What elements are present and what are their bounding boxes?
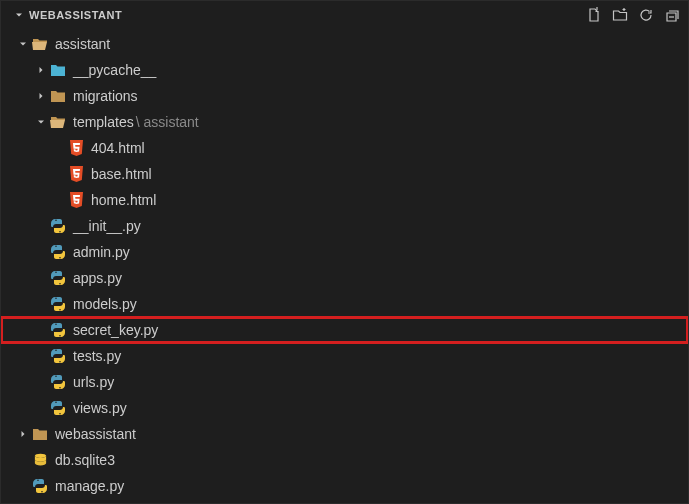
tree-item-label: db.sqlite3 (55, 452, 115, 468)
chevron-down-icon[interactable] (15, 38, 31, 50)
python-icon (49, 348, 67, 364)
explorer-title: WEBASSISTANT (29, 9, 586, 21)
header-actions (586, 7, 680, 23)
folder-open-icon (31, 37, 49, 51)
tree-item-label: 404.html (91, 140, 145, 156)
tree-item-label: apps.py (73, 270, 122, 286)
file-404-html[interactable]: 404.html (1, 135, 688, 161)
tree-item-label: admin.py (73, 244, 130, 260)
folder-icon (49, 63, 67, 77)
file-models-py[interactable]: models.py (1, 291, 688, 317)
file-apps-py[interactable]: apps.py (1, 265, 688, 291)
python-icon (31, 478, 49, 494)
database-icon (31, 453, 49, 468)
file-urls-py[interactable]: urls.py (1, 369, 688, 395)
file-db-sqlite3[interactable]: db.sqlite3 (1, 447, 688, 473)
tree-item-label: secret_key.py (73, 322, 158, 338)
tree-item-label: models.py (73, 296, 137, 312)
folder-pycache[interactable]: __pycache__ (1, 57, 688, 83)
new-folder-icon[interactable] (612, 7, 628, 23)
collapse-all-icon[interactable] (664, 7, 680, 23)
file-tree: assistant__pycache__migrationstemplates … (1, 29, 688, 501)
folder-templates[interactable]: templates \ assistant (1, 109, 688, 135)
explorer-panel: WEBASSISTANT assistant__pycache__migrati… (0, 0, 689, 504)
file-tests-py[interactable]: tests.py (1, 343, 688, 369)
folder-icon (49, 89, 67, 103)
file-manage-py[interactable]: manage.py (1, 473, 688, 499)
chevron-right-icon[interactable] (15, 428, 31, 440)
python-icon (49, 374, 67, 390)
file-views-py[interactable]: views.py (1, 395, 688, 421)
file-init-py[interactable]: __init__.py (1, 213, 688, 239)
chevron-down-icon (13, 9, 25, 21)
file-home-html[interactable]: home.html (1, 187, 688, 213)
python-icon (49, 400, 67, 416)
chevron-right-icon[interactable] (33, 64, 49, 76)
tree-item-label: __pycache__ (73, 62, 156, 78)
svg-point-0 (34, 453, 45, 457)
html5-icon (67, 140, 85, 156)
refresh-icon[interactable] (638, 7, 654, 23)
tree-item-label: migrations (73, 88, 138, 104)
tree-item-suffix: \ assistant (136, 114, 199, 130)
file-admin-py[interactable]: admin.py (1, 239, 688, 265)
folder-migrations[interactable]: migrations (1, 83, 688, 109)
python-icon (49, 270, 67, 286)
python-icon (49, 218, 67, 234)
folder-assistant[interactable]: assistant (1, 31, 688, 57)
file-secret-key-py[interactable]: secret_key.py (1, 317, 688, 343)
folder-icon (31, 427, 49, 441)
python-icon (49, 296, 67, 312)
tree-item-label: webassistant (55, 426, 136, 442)
html5-icon (67, 192, 85, 208)
python-icon (49, 244, 67, 260)
folder-open-icon (49, 115, 67, 129)
html5-icon (67, 166, 85, 182)
tree-item-label: urls.py (73, 374, 114, 390)
tree-item-label: tests.py (73, 348, 121, 364)
tree-item-label: __init__.py (73, 218, 141, 234)
explorer-header[interactable]: WEBASSISTANT (1, 1, 688, 29)
tree-item-label: views.py (73, 400, 127, 416)
tree-item-label: templates (73, 114, 134, 130)
chevron-right-icon[interactable] (33, 90, 49, 102)
tree-item-label: home.html (91, 192, 156, 208)
folder-webassistant[interactable]: webassistant (1, 421, 688, 447)
new-file-icon[interactable] (586, 7, 602, 23)
tree-item-label: assistant (55, 36, 110, 52)
python-icon (49, 322, 67, 338)
chevron-down-icon[interactable] (33, 116, 49, 128)
tree-item-label: manage.py (55, 478, 124, 494)
tree-item-label: base.html (91, 166, 152, 182)
file-base-html[interactable]: base.html (1, 161, 688, 187)
